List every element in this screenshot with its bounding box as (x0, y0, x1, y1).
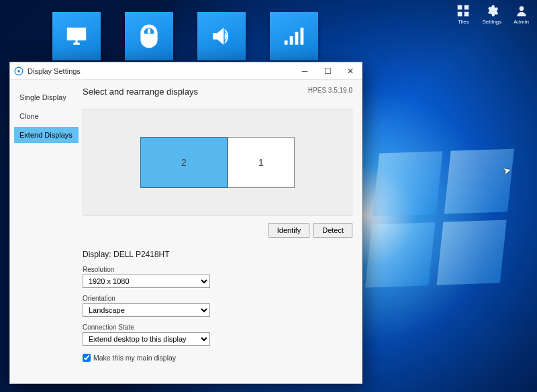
selected-display-label: Display: DELL P2418HT (83, 250, 352, 259)
display-settings-window: Display Settings ─ ☐ ✕ Single Display Cl… (9, 62, 362, 384)
svg-rect-8 (301, 28, 304, 44)
svg-rect-2 (458, 12, 462, 17)
window-title: Display Settings (28, 67, 81, 75)
orientation-label: Orientation (83, 295, 352, 302)
main-display-checkbox-label: Make this my main display (93, 354, 176, 362)
window-controls: ─ ☐ ✕ (293, 62, 362, 80)
tray-admin[interactable]: Admin (514, 4, 529, 25)
svg-rect-1 (465, 5, 469, 10)
tray-tiles-label: Tiles (458, 19, 469, 25)
tray-tiles[interactable]: Tiles (456, 4, 470, 25)
system-tray: Tiles Settings Admin (456, 4, 529, 25)
tile-network[interactable] (270, 12, 318, 60)
mouse-icon (136, 23, 162, 49)
svg-rect-5 (285, 40, 288, 44)
main-panel: Select and rearrange displays HPES 3.5.1… (79, 80, 362, 383)
tray-admin-label: Admin (514, 19, 529, 25)
tile-display[interactable] (52, 12, 101, 60)
svg-rect-3 (465, 12, 469, 17)
main-display-checkbox-row[interactable]: Make this my main display (83, 354, 352, 362)
resolution-select[interactable]: 1920 x 1080 (83, 275, 210, 288)
arrange-displays-area[interactable]: 2 1 (83, 109, 352, 216)
svg-rect-7 (295, 32, 299, 45)
sidebar-item-extend-displays[interactable]: Extend Displays (14, 127, 79, 143)
monitor-icon (64, 23, 89, 49)
quick-tiles (52, 12, 318, 60)
sidebar-item-clone[interactable]: Clone (14, 108, 79, 124)
display-box-1[interactable]: 1 (228, 137, 295, 188)
desktop-windows-logo (365, 149, 514, 288)
close-button[interactable]: ✕ (339, 62, 362, 80)
minimize-button[interactable]: ─ (293, 62, 316, 80)
svg-rect-0 (458, 5, 462, 10)
connection-state-label: Connection State (83, 324, 352, 331)
version-label: HPES 3.5.19.0 (308, 87, 352, 94)
display-layout: 2 1 (140, 137, 295, 188)
app-icon (14, 66, 23, 76)
connection-state-select[interactable]: Extend desktop to this display (83, 332, 210, 346)
tile-sound[interactable] (197, 12, 246, 60)
tray-settings[interactable]: Settings (482, 4, 501, 25)
sidebar: Single Display Clone Extend Displays (10, 80, 79, 383)
tray-settings-label: Settings (482, 19, 501, 25)
display-box-2[interactable]: 2 (140, 137, 228, 188)
main-display-checkbox[interactable] (83, 354, 91, 362)
maximize-button[interactable]: ☐ (316, 62, 339, 80)
identify-button[interactable]: Identify (268, 223, 309, 238)
detect-button[interactable]: Detect (313, 223, 352, 238)
user-icon (515, 4, 528, 17)
tile-mouse[interactable] (125, 12, 173, 60)
resolution-label: Resolution (83, 266, 352, 273)
svg-point-4 (519, 6, 524, 11)
orientation-select[interactable]: Landscape (83, 303, 210, 317)
sidebar-item-single-display[interactable]: Single Display (14, 89, 79, 105)
svg-rect-6 (290, 36, 293, 45)
titlebar[interactable]: Display Settings ─ ☐ ✕ (10, 62, 362, 80)
tiles-icon (456, 4, 470, 17)
svg-point-10 (17, 70, 20, 72)
speaker-icon (209, 23, 234, 49)
signal-icon (281, 23, 307, 49)
gear-icon (485, 4, 499, 17)
